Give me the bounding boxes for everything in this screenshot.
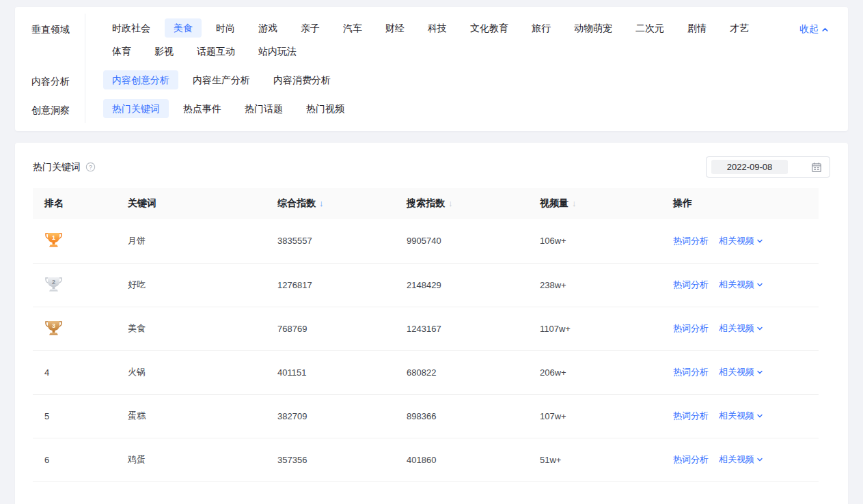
action-links: 热词分析相关视频	[673, 453, 819, 466]
filter-chip[interactable]: 内容消费分析	[264, 70, 340, 89]
filter-chip[interactable]: 游戏	[249, 18, 286, 38]
composite-index-cell: 401151	[266, 350, 395, 394]
table-row: 5蛋糕382709898366107w+热词分析相关视频	[33, 394, 819, 438]
action-links: 热词分析相关视频	[673, 279, 819, 291]
rank-cell: 6	[33, 438, 116, 481]
panel-header: 热门关键词 ? 2022-09-08	[33, 156, 830, 178]
composite-index-cell: 768769	[266, 307, 395, 350]
related-videos-link[interactable]: 相关视频	[719, 279, 763, 291]
keyword-analysis-link[interactable]: 热词分析	[673, 366, 709, 378]
filter-chip[interactable]: 旅行	[523, 18, 560, 38]
filter-chip[interactable]: 热门话题	[236, 99, 292, 118]
chevron-down-icon	[756, 325, 763, 332]
filter-chip[interactable]: 文化教育	[461, 18, 517, 38]
filter-options: 时政社会美食时尚游戏亲子汽车财经科技文化教育旅行动物萌宠二次元剧情才艺体育影视话…	[85, 14, 769, 66]
rank-number: 4	[44, 367, 49, 378]
rank-cell: 1	[33, 219, 116, 263]
rank-number: 5	[44, 411, 49, 421]
calendar-icon	[811, 162, 822, 173]
hot-keywords-panel: 热门关键词 ? 2022-09-08	[15, 143, 848, 504]
collapse-label: 收起	[799, 23, 819, 36]
filter-chip[interactable]: 汽车	[334, 18, 371, 38]
video-count-cell: 107w+	[528, 394, 661, 438]
keyword-cell: 月饼	[116, 219, 266, 263]
filter-chip[interactable]: 时尚	[207, 18, 244, 38]
search-index-cell: 2148429	[395, 263, 528, 307]
related-videos-link[interactable]: 相关视频	[719, 322, 763, 335]
related-videos-link[interactable]: 相关视频	[719, 366, 763, 378]
column-label: 操作	[673, 197, 692, 208]
filter-chip[interactable]: 影视	[146, 42, 182, 61]
filter-chip[interactable]: 内容生产分析	[184, 70, 259, 89]
filter-chip[interactable]: 动物萌宠	[565, 18, 621, 38]
filter-chip[interactable]: 财经	[376, 18, 413, 38]
svg-text:?: ?	[89, 164, 92, 171]
gold-trophy-icon: 1	[44, 232, 63, 248]
date-picker[interactable]: 2022-09-08	[706, 156, 830, 178]
filter-chip[interactable]: 二次元	[627, 18, 673, 38]
filter-chip[interactable]: 热门关键词	[103, 99, 169, 118]
column-header-videos[interactable]: 视频量↓	[528, 188, 661, 219]
keyword-analysis-link[interactable]: 热词分析	[673, 279, 709, 291]
keyword-cell: 鸡蛋	[116, 438, 266, 481]
keyword-cell: 好吃	[116, 263, 266, 307]
filter-chip[interactable]: 才艺	[721, 18, 758, 38]
column-label: 搜索指数	[407, 197, 445, 208]
keyword-analysis-link[interactable]: 热词分析	[673, 322, 709, 335]
chevron-down-icon	[756, 238, 763, 244]
keyword-analysis-link[interactable]: 热词分析	[673, 410, 709, 422]
filter-chip[interactable]: 站内玩法	[249, 42, 305, 61]
related-videos-label: 相关视频	[719, 322, 754, 335]
related-videos-label: 相关视频	[719, 453, 754, 466]
filter-group-label: 创意洞察	[31, 94, 85, 123]
video-count-cell: 51w+	[528, 438, 661, 481]
chevron-down-icon	[756, 281, 763, 288]
actions-cell: 热词分析相关视频	[661, 219, 819, 263]
filter-chip[interactable]: 美食	[165, 18, 202, 38]
search-index-cell: 9905740	[395, 219, 528, 263]
keyword-analysis-link[interactable]: 热词分析	[673, 453, 709, 466]
column-header-composite[interactable]: 综合指数↓	[266, 188, 395, 219]
filter-chip[interactable]: 体育	[103, 42, 140, 61]
filter-chip[interactable]: 话题互动	[188, 42, 244, 61]
related-videos-link[interactable]: 相关视频	[719, 235, 763, 247]
table-row: 4火锅401151680822206w+热词分析相关视频	[33, 350, 819, 394]
column-header-search[interactable]: 搜索指数↓	[395, 188, 528, 219]
composite-index-cell: 1276817	[266, 263, 395, 307]
actions-cell: 热词分析相关视频	[661, 307, 819, 350]
table-row: 3美食76876912431671107w+热词分析相关视频	[33, 307, 819, 350]
chevron-down-icon	[756, 456, 763, 463]
chip-line: 体育影视话题互动站内玩法	[103, 42, 769, 61]
table-header-row: 排名关键词综合指数↓搜索指数↓视频量↓操作	[33, 188, 819, 219]
filter-chip[interactable]: 内容创意分析	[103, 70, 178, 89]
filter-chip[interactable]: 剧情	[679, 18, 715, 38]
actions-cell: 热词分析相关视频	[661, 350, 819, 394]
bronze-trophy-icon: 3	[44, 320, 63, 336]
keyword-analysis-link[interactable]: 热词分析	[673, 235, 709, 247]
related-videos-label: 相关视频	[719, 279, 754, 291]
filter-row: 内容分析内容创意分析内容生产分析内容消费分析	[31, 66, 830, 94]
column-label: 综合指数	[277, 197, 316, 208]
chip-line: 时政社会美食时尚游戏亲子汽车财经科技文化教育旅行动物萌宠二次元剧情才艺	[103, 18, 769, 38]
column-header-keyword: 关键词	[116, 188, 266, 219]
action-links: 热词分析相关视频	[673, 235, 819, 247]
table-row: 6鸡蛋35735640186051w+热词分析相关视频	[33, 438, 819, 481]
filter-chip[interactable]: 热门视频	[297, 99, 353, 118]
table-row: 1月饼38355579905740106w+热词分析相关视频	[33, 219, 819, 263]
composite-index-cell: 357356	[266, 438, 395, 481]
collapse-button[interactable]: 收起	[799, 23, 829, 36]
related-videos-link[interactable]: 相关视频	[719, 453, 763, 466]
composite-index-cell: 3835557	[266, 219, 395, 263]
question-circle-icon[interactable]: ?	[85, 162, 96, 172]
actions-cell: 热词分析相关视频	[661, 394, 819, 438]
svg-text:2: 2	[52, 278, 55, 285]
related-videos-link[interactable]: 相关视频	[719, 410, 763, 422]
filter-chip[interactable]: 亲子	[292, 18, 329, 38]
filter-row: 创意洞察热门关键词热点事件热门话题热门视频	[31, 94, 830, 123]
keyword-cell: 蛋糕	[116, 394, 266, 438]
table-body: 1月饼38355579905740106w+热词分析相关视频2好吃1276817…	[33, 219, 819, 481]
filter-chip[interactable]: 时政社会	[103, 18, 159, 38]
related-videos-label: 相关视频	[719, 410, 754, 422]
filter-chip[interactable]: 科技	[419, 18, 456, 38]
filter-chip[interactable]: 热点事件	[174, 99, 230, 118]
